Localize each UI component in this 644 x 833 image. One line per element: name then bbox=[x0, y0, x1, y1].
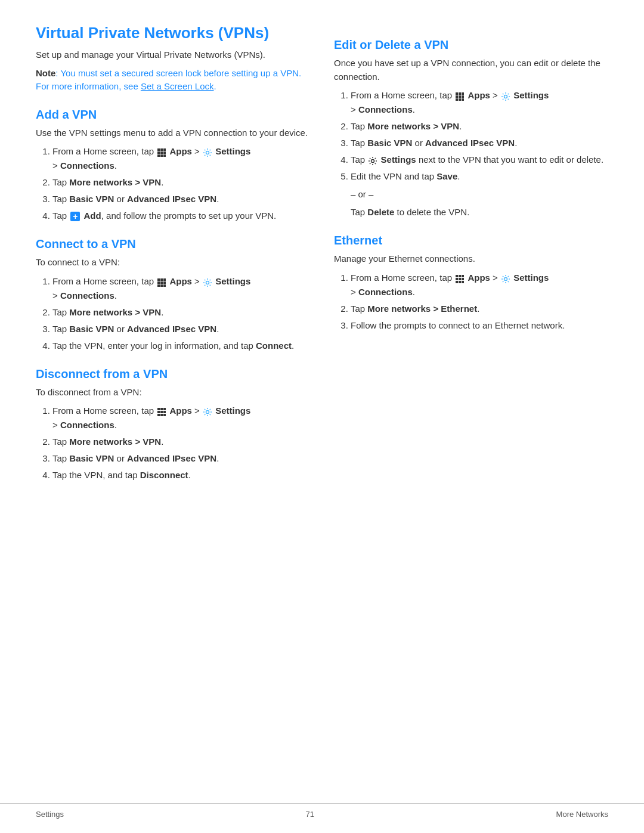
more-networks-ethernet: More networks > Ethernet bbox=[367, 304, 477, 314]
list-item: From a Home screen, tap Apps > Settings>… bbox=[52, 274, 310, 303]
note-label: Note bbox=[36, 68, 55, 78]
svg-rect-34 bbox=[459, 95, 461, 98]
svg-rect-26 bbox=[157, 414, 160, 416]
svg-rect-43 bbox=[462, 275, 464, 277]
svg-rect-3 bbox=[157, 151, 160, 154]
svg-rect-36 bbox=[456, 98, 458, 101]
page-intro: Set up and manage your Virtual Private N… bbox=[36, 48, 310, 62]
advanced-vpn: Advanced IPsec VPN bbox=[425, 138, 515, 148]
advanced-vpn: Advanced IPsec VPN bbox=[127, 453, 216, 463]
svg-point-40 bbox=[371, 160, 374, 163]
connections-label: Connections bbox=[358, 104, 413, 114]
apps-icon bbox=[455, 91, 465, 101]
svg-rect-24 bbox=[160, 411, 163, 413]
apps-icon bbox=[157, 277, 166, 287]
apps-icon bbox=[157, 407, 166, 416]
settings-icon bbox=[203, 147, 212, 157]
settings-icon bbox=[501, 91, 510, 101]
svg-rect-0 bbox=[157, 148, 160, 151]
settings-next-label: Settings bbox=[381, 154, 416, 165]
disconnect-label: Disconnect bbox=[140, 470, 188, 480]
basic-vpn: Basic VPN bbox=[69, 324, 114, 334]
svg-rect-45 bbox=[459, 278, 461, 280]
footer-left: Settings bbox=[36, 810, 64, 819]
edit-vpn-intro: Once you have set up a VPN connection, y… bbox=[334, 57, 608, 83]
main-content: Virtual Private Networks (VPNs) Set up a… bbox=[36, 24, 608, 488]
apps-icon bbox=[157, 147, 166, 157]
list-item: Follow the prompts to connect to an Ethe… bbox=[351, 318, 608, 333]
footer-center: 71 bbox=[306, 810, 314, 819]
svg-rect-48 bbox=[459, 281, 461, 283]
svg-point-50 bbox=[504, 277, 507, 280]
note: Note: You must set a secured screen lock… bbox=[36, 67, 310, 94]
settings-label: Settings bbox=[215, 405, 250, 416]
svg-rect-10 bbox=[157, 278, 160, 281]
more-networks-vpn: More networks > VPN bbox=[69, 177, 161, 187]
delete-option: Tap Delete to delete the VPN. bbox=[351, 205, 608, 219]
list-item: Tap the VPN, enter your log in informati… bbox=[52, 339, 310, 353]
svg-rect-5 bbox=[163, 151, 166, 154]
connections-label: Connections bbox=[60, 420, 114, 430]
basic-vpn: Basic VPN bbox=[69, 453, 114, 463]
list-item: Tap the VPN, and tap Disconnect. bbox=[52, 468, 310, 482]
settings-label: Settings bbox=[513, 90, 549, 100]
apps-label: Apps bbox=[169, 276, 192, 286]
list-item: From a Home screen, tap Apps > Settings>… bbox=[351, 88, 608, 117]
more-networks-vpn: More networks > VPN bbox=[69, 307, 161, 317]
svg-rect-46 bbox=[462, 278, 464, 280]
list-item: Tap More networks > VPN. bbox=[52, 435, 310, 449]
add-vpn-steps: From a Home screen, tap Apps > Settings>… bbox=[52, 144, 310, 223]
section-connect-vpn-title: Connect to a VPN bbox=[36, 237, 310, 251]
section-ethernet-title: Ethernet bbox=[334, 234, 608, 247]
svg-rect-13 bbox=[157, 281, 160, 284]
add-label: Add bbox=[84, 210, 101, 221]
svg-rect-22 bbox=[163, 408, 166, 410]
page: Virtual Private Networks (VPNs) Set up a… bbox=[0, 0, 644, 536]
svg-point-9 bbox=[206, 151, 209, 154]
connect-vpn-steps: From a Home screen, tap Apps > Settings>… bbox=[52, 274, 310, 353]
list-item: From a Home screen, tap Apps > Settings>… bbox=[52, 144, 310, 173]
connections-label: Connections bbox=[358, 287, 413, 297]
svg-rect-18 bbox=[163, 284, 166, 287]
list-item: Tap Settings next to the VPN that you wa… bbox=[351, 153, 608, 167]
svg-rect-4 bbox=[160, 151, 163, 154]
svg-rect-16 bbox=[157, 284, 160, 287]
svg-rect-30 bbox=[456, 92, 458, 95]
more-networks-vpn: More networks > VPN bbox=[69, 436, 161, 447]
list-item: Tap More networks > VPN. bbox=[52, 175, 310, 190]
list-item: Tap Basic VPN or Advanced IPsec VPN. bbox=[351, 136, 608, 150]
svg-point-29 bbox=[206, 411, 209, 414]
section-disconnect-vpn-title: Disconnect from a VPN bbox=[36, 367, 310, 381]
section-edit-vpn-title: Edit or Delete a VPN bbox=[334, 38, 608, 52]
list-item: From a Home screen, tap Apps > Settings>… bbox=[52, 404, 310, 432]
section-add-vpn-title: Add a VPN bbox=[36, 108, 310, 122]
gear-icon bbox=[368, 156, 377, 165]
svg-rect-14 bbox=[160, 281, 163, 284]
apps-icon bbox=[455, 274, 465, 283]
ethernet-intro: Manage your Ethernet connections. bbox=[334, 252, 608, 266]
footer-right: More Networks bbox=[556, 810, 608, 819]
svg-point-19 bbox=[206, 281, 209, 284]
svg-rect-38 bbox=[462, 98, 464, 101]
note-end: . bbox=[213, 81, 216, 91]
svg-rect-21 bbox=[160, 408, 163, 410]
svg-rect-44 bbox=[456, 278, 458, 280]
settings-icon bbox=[501, 274, 510, 283]
svg-rect-6 bbox=[157, 154, 160, 157]
svg-rect-11 bbox=[160, 278, 163, 281]
svg-rect-32 bbox=[462, 92, 464, 95]
svg-rect-1 bbox=[160, 148, 163, 151]
list-item: From a Home screen, tap Apps > Settings>… bbox=[351, 271, 608, 299]
advanced-vpn: Advanced IPsec VPN bbox=[127, 194, 216, 204]
svg-rect-37 bbox=[459, 98, 461, 101]
connect-label: Connect bbox=[256, 340, 292, 351]
list-item: Tap More networks > VPN. bbox=[351, 119, 608, 134]
settings-label: Settings bbox=[215, 146, 250, 156]
svg-rect-23 bbox=[157, 411, 160, 413]
svg-rect-15 bbox=[163, 281, 166, 284]
screen-lock-link[interactable]: Set a Screen Lock bbox=[141, 81, 214, 91]
basic-vpn: Basic VPN bbox=[367, 138, 412, 148]
svg-rect-20 bbox=[157, 408, 160, 410]
svg-rect-47 bbox=[456, 281, 458, 283]
basic-vpn: Basic VPN bbox=[69, 194, 114, 204]
